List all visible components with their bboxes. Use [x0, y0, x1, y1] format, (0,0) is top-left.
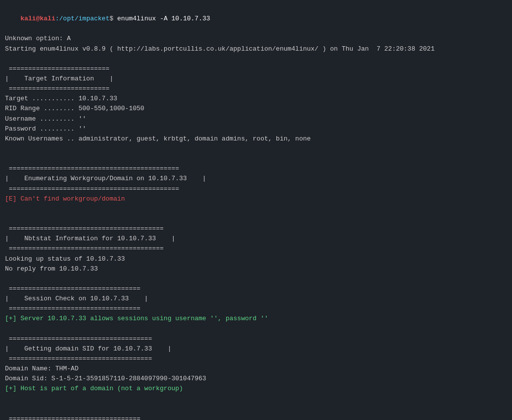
terminal-line: [E] Can't find workgroup/domain — [5, 194, 507, 204]
terminal-line — [5, 154, 507, 164]
terminal-line: ======================================== — [5, 244, 507, 254]
terminal-line: Target ........... 10.10.7.33 — [5, 94, 507, 104]
terminal-line: ===================================== — [5, 334, 507, 344]
terminal-line: Username ......... '' — [5, 114, 507, 124]
terminal-line: | Getting domain SID for 10.10.7.33 | — [5, 344, 507, 354]
terminal-line: Password ......... '' — [5, 124, 507, 134]
terminal-line: ========================== — [5, 64, 507, 74]
terminal-line: ========================================… — [5, 164, 507, 174]
terminal-line: Looking up status of 10.10.7.33 — [5, 254, 507, 264]
terminal-line: ================================== — [5, 414, 507, 420]
terminal-line: ================================== — [5, 284, 507, 294]
prompt-line: kali@kali:/opt/impacket$ enum4linux -A 1… — [5, 4, 507, 34]
terminal-line: ================================== — [5, 304, 507, 314]
terminal-line — [5, 394, 507, 404]
terminal-line — [5, 54, 507, 64]
terminal-line — [5, 324, 507, 334]
terminal-line — [5, 404, 507, 414]
terminal-line: ======================================== — [5, 224, 507, 234]
terminal-line: | Session Check on 10.10.7.33 | — [5, 294, 507, 304]
prompt-host: kali — [40, 15, 55, 22]
terminal-line: ========================================… — [5, 184, 507, 194]
prompt-user: kali — [20, 15, 36, 22]
terminal-line — [5, 144, 507, 154]
terminal-output: Unknown option: AStarting enum4linux v0.… — [5, 34, 507, 420]
terminal-line: Unknown option: A — [5, 34, 507, 44]
terminal-line — [5, 204, 507, 214]
terminal-line: No reply from 10.10.7.33 — [5, 264, 507, 274]
terminal-line — [5, 214, 507, 224]
terminal-line: | Enumerating Workgroup/Domain on 10.10.… — [5, 174, 507, 184]
terminal-line: [+] Server 10.10.7.33 allows sessions us… — [5, 314, 507, 324]
terminal-window: kali@kali:/opt/impacket$ enum4linux -A 1… — [0, 0, 512, 420]
terminal-line — [5, 274, 507, 284]
terminal-line: Domain Sid: S-1-5-21-3591857110-28840979… — [5, 374, 507, 384]
terminal-line: ===================================== — [5, 354, 507, 364]
terminal-line: Known Usernames .. administrator, guest,… — [5, 134, 507, 144]
prompt-dollar: $ — [110, 15, 114, 22]
terminal-line: Starting enum4linux v0.8.9 ( http://labs… — [5, 44, 507, 54]
terminal-line: Domain Name: THM-AD — [5, 364, 507, 374]
terminal-line: ========================== — [5, 84, 507, 94]
prompt-path: /opt/impacket — [59, 15, 109, 22]
terminal-line: [+] Host is part of a domain (not a work… — [5, 384, 507, 394]
terminal-line: RID Range ........ 500-550,1000-1050 — [5, 104, 507, 114]
terminal-line: | Target Information | — [5, 74, 507, 84]
terminal-line: | Nbtstat Information for 10.10.7.33 | — [5, 234, 507, 244]
prompt-command: enum4linux -A 10.10.7.33 — [114, 15, 210, 22]
